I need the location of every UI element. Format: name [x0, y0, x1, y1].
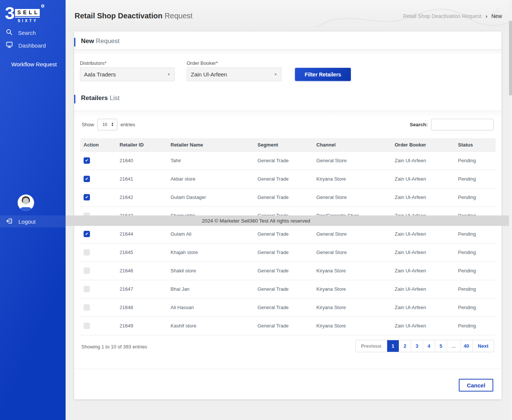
distributors-select[interactable]: Aala Traders ▾	[80, 67, 175, 81]
topbar: Retail Shop Deactivation Request Retail …	[66, 0, 512, 31]
row-checkbox[interactable]	[84, 323, 90, 329]
cell-channel: Kiryana Store	[316, 317, 395, 335]
table-row: 21649Kashif storeGeneral TradeKiryana St…	[80, 317, 496, 335]
dashboard-icon	[6, 42, 13, 49]
row-checkbox[interactable]: ✔	[84, 231, 90, 237]
page-button[interactable]: 4	[423, 340, 435, 352]
page-button[interactable]: 2	[399, 340, 411, 352]
logo-word-bottom: SIXTY	[15, 19, 40, 23]
order-booker-value: Zain Ul-Arfeen	[191, 71, 227, 78]
cell-order-booker: Zain Ul-Arfeen	[395, 188, 458, 206]
entries-select[interactable]: 10 ▲▼	[97, 119, 117, 130]
cell-status: Pending	[458, 298, 496, 317]
row-checkbox[interactable]	[84, 268, 90, 274]
cell-status: Pending	[458, 243, 496, 262]
sidebar-item-label: Search	[18, 30, 36, 36]
cell-status: Pending	[458, 225, 496, 243]
avatar-body	[19, 207, 32, 211]
table-row: ✔21641Akbar storeGeneral TradeKiryana St…	[80, 170, 496, 188]
column-header[interactable]: Channel	[316, 138, 395, 151]
retailers-table-panel: Show 10 ▲▼ entries Search: ActionRetaile…	[74, 111, 502, 399]
cell-channel: General Store	[316, 225, 395, 243]
row-checkbox[interactable]: ✔	[84, 176, 90, 182]
cell-order-booker: Zain Ul-Arfeen	[395, 151, 458, 170]
table-row: ✔21642Gulam DastagerGeneral TradeGeneral…	[80, 188, 496, 206]
filter-retailers-button[interactable]: Filter Retailers	[295, 68, 351, 81]
page-button[interactable]: 40	[460, 340, 472, 352]
section-title-primary: Retailers	[81, 94, 108, 102]
cell-retailer-id: 21649	[120, 317, 171, 335]
row-checkbox[interactable]: ✔	[84, 194, 90, 200]
retailers-table: ActionRetailer IDRetailer NameSegmentCha…	[80, 138, 496, 335]
table-row: 21647Bhai JanGeneral TradeKiryana StoreZ…	[80, 280, 496, 298]
cell-retailer-name: Gulam Dastager	[171, 188, 257, 206]
cell-status: Pending	[458, 188, 496, 206]
cell-retailer-name: Shakil store	[171, 262, 257, 280]
scrollbar-thumb[interactable]	[509, 21, 512, 96]
column-header[interactable]: Status	[458, 138, 496, 151]
order-booker-label: Order Booker*	[187, 60, 218, 66]
table-body: ✔21640TahirGeneral TradeGeneral StoreZai…	[80, 151, 496, 335]
logo-degree-icon	[41, 4, 44, 7]
logout-button[interactable]: Logout	[0, 215, 66, 227]
column-header[interactable]: Retailer ID	[120, 138, 171, 151]
cell-channel: Kiryana Store	[316, 280, 395, 298]
row-checkbox[interactable]: ✔	[84, 157, 90, 164]
avatar	[18, 194, 34, 211]
sidebar-item-dashboard[interactable]: Dashboard	[0, 39, 66, 52]
logout-icon	[6, 218, 13, 225]
page-title-secondary: Request	[165, 12, 193, 20]
cell-channel: Kiryana Store	[316, 170, 395, 188]
cell-retailer-id: 21644	[120, 225, 171, 243]
sell360-logo: 3 SELL SIXTY	[5, 4, 40, 23]
cell-retailer-name: Kashif store	[171, 317, 257, 335]
pagination-ellipsis: ...	[447, 340, 460, 352]
row-checkbox[interactable]	[84, 249, 90, 256]
table-row: ✔21644Gulam AliGeneral TradeGeneral Stor…	[80, 225, 496, 243]
page-title-primary: Retail Shop Deactivation	[75, 12, 163, 20]
sidebar-item-workflow-request[interactable]: Workflow Request	[0, 58, 66, 70]
cell-status: Pending	[458, 170, 496, 188]
cell-retailer-name: Khajah store	[171, 243, 257, 262]
table-search-input[interactable]	[431, 119, 494, 130]
cancel-button[interactable]: Cancel	[459, 379, 493, 392]
row-checkbox[interactable]	[84, 286, 90, 292]
table-row: 21645Khajah storeGeneral TradeGeneral St…	[80, 243, 496, 262]
cell-retailer-id: 21648	[120, 298, 171, 317]
section-title-retailers-list: Retailers List	[74, 94, 120, 102]
page-button[interactable]: 3	[411, 340, 423, 352]
previous-page-button[interactable]: Previous	[356, 340, 387, 352]
cell-order-booker: Zain Ul-Arfeen	[395, 170, 458, 188]
page-button[interactable]: 1	[387, 340, 399, 352]
avatar-face	[23, 198, 29, 204]
checkmark-icon: ✔	[85, 177, 88, 181]
order-booker-select[interactable]: Zain Ul-Arfeen ▾	[187, 67, 281, 81]
column-header[interactable]: Action	[80, 138, 120, 151]
column-header[interactable]: Segment	[257, 138, 316, 151]
sidebar-item-search[interactable]: Search	[0, 26, 66, 39]
cell-retailer-name: Gulam Ali	[171, 225, 257, 243]
section-title-secondary: List	[110, 94, 120, 102]
cell-channel: General Store	[316, 243, 395, 262]
page-button[interactable]: 5	[435, 340, 447, 352]
page-title: Retail Shop Deactivation Request	[75, 12, 193, 20]
row-checkbox[interactable]	[84, 304, 90, 311]
sidebar-item-label: Dashboard	[18, 42, 46, 49]
cell-retailer-id: 21642	[120, 188, 171, 206]
cell-retailer-id: 21640	[120, 151, 171, 170]
column-header[interactable]: Retailer Name	[171, 138, 257, 151]
chevron-down-icon: ▾	[168, 72, 170, 77]
footer-bar: 2024 © Marketer Sell360 Test All rights …	[0, 215, 512, 226]
cell-retailer-name: Tahir	[171, 151, 257, 170]
footer-text: 2024 © Marketer Sell360 Test All rights …	[202, 218, 310, 224]
cell-segment: General Trade	[257, 225, 316, 243]
logout-label: Logout	[18, 218, 36, 225]
table-header-row: ActionRetailer IDRetailer NameSegmentCha…	[80, 138, 496, 151]
next-page-button[interactable]: Next	[472, 340, 494, 352]
entries-select-value: 10	[103, 122, 107, 127]
cell-retailer-name: Akbar store	[171, 170, 257, 188]
cell-order-booker: Zain Ul-Arfeen	[395, 243, 458, 262]
breadcrumb-parent[interactable]: Retail Shop Deactivation Request	[403, 13, 481, 19]
column-header[interactable]: Order Booker	[395, 138, 458, 151]
breadcrumb: Retail Shop Deactivation Request › New	[403, 13, 502, 19]
